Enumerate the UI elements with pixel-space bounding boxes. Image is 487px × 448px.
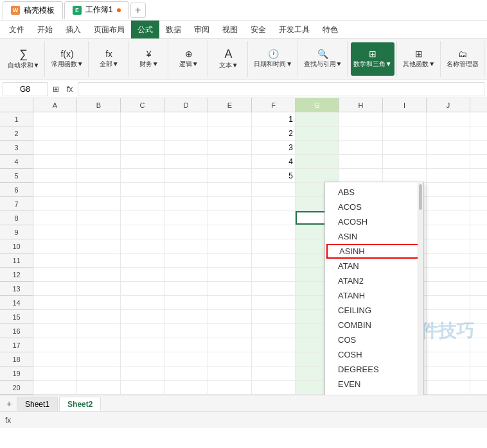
cell-B3[interactable] bbox=[77, 141, 121, 154]
dropdown-item-exp[interactable]: EXP bbox=[325, 392, 423, 395]
cell-E1[interactable] bbox=[208, 112, 252, 126]
cell-D1[interactable] bbox=[164, 112, 208, 126]
cell-J3[interactable] bbox=[427, 141, 470, 154]
cell-D6[interactable] bbox=[164, 183, 208, 196]
name-manager-button[interactable]: 🗂 名称管理器 bbox=[444, 42, 481, 76]
dropdown-item-atan2[interactable]: ATAN2 bbox=[325, 273, 423, 288]
tab-special[interactable]: 特色 bbox=[316, 21, 344, 39]
dropdown-item-ceiling[interactable]: CEILING bbox=[325, 303, 423, 318]
cell-E7[interactable] bbox=[208, 197, 252, 211]
cell-I5[interactable] bbox=[383, 169, 427, 182]
cell-H2[interactable] bbox=[339, 126, 383, 140]
dropdown-item-atanh[interactable]: ATANH bbox=[325, 288, 423, 303]
cell-D4[interactable] bbox=[164, 155, 208, 168]
cell-K9[interactable] bbox=[470, 225, 487, 239]
cell-J18[interactable] bbox=[427, 352, 470, 366]
cell-A15[interactable] bbox=[33, 310, 77, 323]
expand-formula-icon[interactable]: ⊞ bbox=[50, 85, 62, 94]
cell-B5[interactable] bbox=[77, 169, 121, 182]
cell-B17[interactable] bbox=[77, 338, 121, 352]
cell-I2[interactable] bbox=[383, 126, 427, 140]
cell-K18[interactable] bbox=[470, 352, 487, 366]
cell-C10[interactable] bbox=[121, 239, 164, 253]
tab-security[interactable]: 安全 bbox=[244, 21, 272, 39]
cell-C16[interactable] bbox=[121, 324, 164, 338]
cell-G5[interactable] bbox=[296, 169, 339, 182]
cell-K2[interactable] bbox=[470, 126, 487, 140]
cell-C9[interactable] bbox=[121, 225, 164, 239]
cell-D19[interactable] bbox=[164, 366, 208, 380]
cell-D15[interactable] bbox=[164, 310, 208, 323]
cell-D20[interactable] bbox=[164, 381, 208, 394]
cell-K5[interactable] bbox=[470, 169, 487, 182]
cell-C13[interactable] bbox=[121, 282, 164, 295]
cell-D7[interactable] bbox=[164, 197, 208, 211]
cell-K1[interactable] bbox=[470, 112, 487, 126]
cell-C8[interactable] bbox=[121, 211, 164, 225]
cell-E6[interactable] bbox=[208, 183, 252, 196]
cell-A6[interactable] bbox=[33, 183, 77, 196]
cell-F4[interactable]: 4 bbox=[252, 155, 296, 168]
cell-C1[interactable] bbox=[121, 112, 164, 126]
math-func-button[interactable]: ⊞ 数学和三角▼ bbox=[351, 42, 394, 76]
cell-J15[interactable] bbox=[427, 310, 470, 323]
cell-E20[interactable] bbox=[208, 381, 252, 394]
all-func-button[interactable]: fx 全部▼ bbox=[97, 42, 121, 76]
cell-E18[interactable] bbox=[208, 352, 252, 366]
cell-E17[interactable] bbox=[208, 338, 252, 352]
cell-D17[interactable] bbox=[164, 338, 208, 352]
cell-D11[interactable] bbox=[164, 254, 208, 267]
tab-view[interactable]: 视图 bbox=[216, 21, 244, 39]
cell-K12[interactable] bbox=[470, 268, 487, 281]
cell-F11[interactable] bbox=[252, 254, 296, 267]
cell-K6[interactable] bbox=[470, 183, 487, 196]
tab-data[interactable]: 数据 bbox=[159, 21, 188, 39]
cell-C6[interactable] bbox=[121, 183, 164, 196]
cell-B7[interactable] bbox=[77, 197, 121, 211]
cell-reference-input[interactable] bbox=[3, 82, 48, 96]
cell-F6[interactable] bbox=[252, 183, 296, 196]
cell-J17[interactable] bbox=[427, 338, 470, 352]
fx-icon[interactable]: fx bbox=[64, 85, 75, 94]
cell-I1[interactable] bbox=[383, 112, 427, 126]
cell-B10[interactable] bbox=[77, 239, 121, 253]
cell-F15[interactable] bbox=[252, 310, 296, 323]
cell-F7[interactable] bbox=[252, 197, 296, 211]
cell-K13[interactable] bbox=[470, 282, 487, 295]
dropdown-item-atan[interactable]: ATAN bbox=[325, 259, 423, 273]
tab-file[interactable]: 文件 bbox=[3, 21, 31, 39]
cell-G1[interactable] bbox=[296, 112, 339, 126]
autosum-button[interactable]: ∑ 自动求和▼ bbox=[5, 42, 42, 76]
cell-E11[interactable] bbox=[208, 254, 252, 267]
dropdown-item-acos[interactable]: ACOS bbox=[325, 200, 423, 214]
cell-D8[interactable] bbox=[164, 211, 208, 225]
cell-G3[interactable] bbox=[296, 141, 339, 154]
cell-C11[interactable] bbox=[121, 254, 164, 267]
cell-B12[interactable] bbox=[77, 268, 121, 281]
cell-K10[interactable] bbox=[470, 239, 487, 253]
dropdown-item-degrees[interactable]: DEGREES bbox=[325, 362, 423, 377]
tab-insert[interactable]: 插入 bbox=[59, 21, 87, 39]
sheet-tab-sheet1[interactable]: Sheet1 bbox=[17, 397, 58, 411]
cell-A7[interactable] bbox=[33, 197, 77, 211]
add-sheet-button[interactable]: + bbox=[3, 397, 15, 410]
cell-E12[interactable] bbox=[208, 268, 252, 281]
cell-E2[interactable] bbox=[208, 126, 252, 140]
cell-D3[interactable] bbox=[164, 141, 208, 154]
cell-A14[interactable] bbox=[33, 296, 77, 309]
sheet-tab-sheet2[interactable]: Sheet2 bbox=[59, 397, 101, 411]
cell-J11[interactable] bbox=[427, 254, 470, 267]
cell-E4[interactable] bbox=[208, 155, 252, 168]
cell-E16[interactable] bbox=[208, 324, 252, 338]
cell-D16[interactable] bbox=[164, 324, 208, 338]
cell-J1[interactable] bbox=[427, 112, 470, 126]
cell-D13[interactable] bbox=[164, 282, 208, 295]
cell-J16[interactable] bbox=[427, 324, 470, 338]
cell-F14[interactable] bbox=[252, 296, 296, 309]
cell-A2[interactable] bbox=[33, 126, 77, 140]
cell-J2[interactable] bbox=[427, 126, 470, 140]
cell-E5[interactable] bbox=[208, 169, 252, 182]
cell-B9[interactable] bbox=[77, 225, 121, 239]
cell-D2[interactable] bbox=[164, 126, 208, 140]
cell-H5[interactable] bbox=[339, 169, 383, 182]
